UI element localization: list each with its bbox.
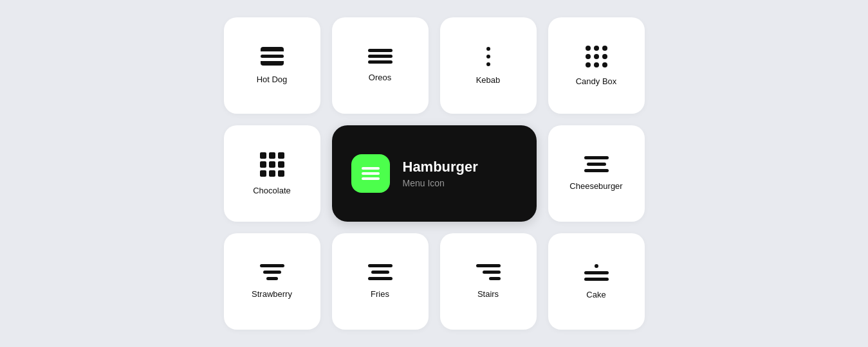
- card-hotdog[interactable]: Hot Dog: [224, 17, 320, 114]
- card-cake[interactable]: Cake: [548, 233, 645, 330]
- strawberry-icon: [260, 264, 284, 280]
- kebab-icon: [486, 47, 490, 66]
- hamburger-text: Hamburger Menu Icon: [403, 159, 478, 188]
- oreos-icon: [368, 49, 392, 64]
- card-hamburger-featured[interactable]: Hamburger Menu Icon: [332, 125, 537, 222]
- hamburger-title: Hamburger: [403, 159, 478, 175]
- hotdog-label: Hot Dog: [257, 75, 288, 84]
- cake-icon: [584, 264, 609, 281]
- card-cheeseburger[interactable]: Cheeseburger: [548, 125, 645, 222]
- hamburger-icon: [362, 167, 380, 180]
- hamburger-subtitle: Menu Icon: [403, 178, 478, 188]
- fries-label: Fries: [371, 289, 389, 299]
- cheeseburger-icon: [584, 156, 609, 172]
- candybox-icon: [586, 46, 607, 67]
- cake-label: Cake: [586, 290, 605, 299]
- strawberry-label: Strawberry: [252, 289, 292, 299]
- hamburger-icon-wrapper: [351, 154, 390, 193]
- card-candybox[interactable]: Candy Box: [548, 17, 645, 114]
- card-kebab[interactable]: Kebab: [440, 17, 537, 114]
- fries-icon: [368, 264, 392, 280]
- hotdog-icon: [261, 47, 284, 66]
- oreos-label: Oreos: [369, 73, 391, 82]
- stairs-label: Stairs: [477, 289, 499, 299]
- icon-grid: Hot Dog Oreos Kebab Candy Box: [224, 17, 645, 330]
- card-strawberry[interactable]: Strawberry: [224, 233, 320, 330]
- card-chocolate[interactable]: Chocolate: [224, 125, 320, 222]
- chocolate-icon: [260, 152, 284, 177]
- card-oreos[interactable]: Oreos: [332, 17, 429, 114]
- card-stairs[interactable]: Stairs: [440, 233, 537, 330]
- kebab-label: Kebab: [476, 75, 501, 85]
- card-fries[interactable]: Fries: [332, 233, 429, 330]
- candybox-label: Candy Box: [576, 76, 617, 86]
- chocolate-label: Chocolate: [253, 186, 291, 195]
- stairs-icon: [476, 264, 501, 280]
- cheeseburger-label: Cheeseburger: [569, 181, 622, 191]
